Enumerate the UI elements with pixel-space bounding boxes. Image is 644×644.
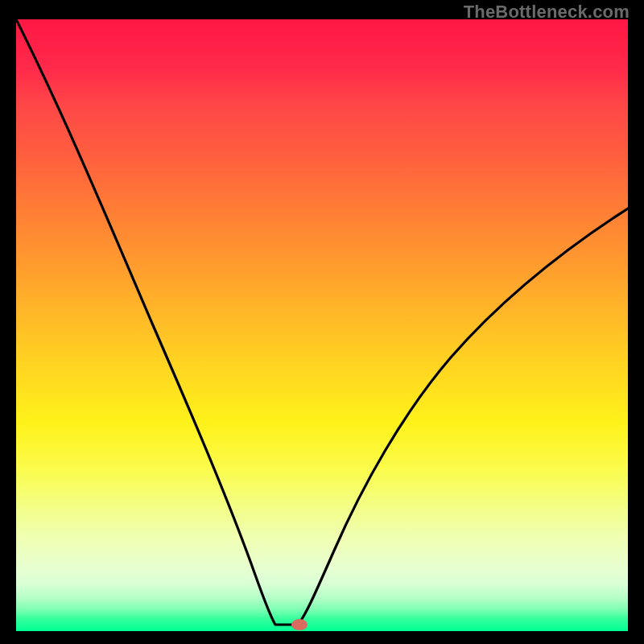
plot-area [16,19,628,631]
curve-left-branch [16,19,298,625]
bottleneck-curve [16,19,628,631]
watermark-text: TheBottleneck.com [464,2,630,23]
frame-border-right [628,0,644,644]
frame-border-left [0,0,16,644]
optimal-point-marker [291,619,308,630]
chart-frame: TheBottleneck.com [0,0,644,644]
frame-border-bottom [0,631,644,644]
curve-right-branch [298,208,628,625]
